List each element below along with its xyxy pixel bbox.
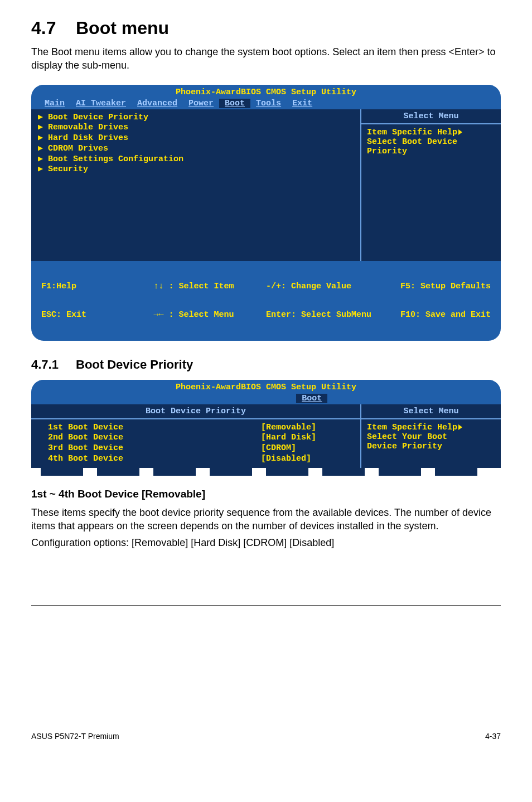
footer-col-3: -/+: Change Value Enter: Select SubMenu <box>266 263 379 339</box>
help-line: Device Priority <box>367 442 495 451</box>
section-intro: The Boot menu items allow you to change … <box>31 45 501 73</box>
bios-tabbar: Main AI Tweaker Advanced Power Boot Tool… <box>31 99 501 109</box>
menu-label: Boot Device Priority <box>48 113 356 123</box>
bios-help-panel: Select Menu Item Specific Help Select Yo… <box>360 404 501 468</box>
bios-screenshot-boot-device-priority: Phoenix-AwardBIOS CMOS Setup Utility Boo… <box>31 380 501 468</box>
key-save-exit: F10: Save and Exit <box>379 310 491 320</box>
torn-edge-icon <box>31 468 501 476</box>
row-value: [Removable] <box>261 423 356 433</box>
bios-item-list: Boot Device Priority 1st Boot Device[Rem… <box>31 404 360 468</box>
panel-subtitle: Boot Device Priority <box>31 404 360 419</box>
bios-tabbar: Boot <box>31 394 501 404</box>
tab-main[interactable]: Main <box>39 99 70 108</box>
section-name: Boot menu <box>76 18 169 38</box>
help-panel-title: Select Menu <box>361 109 501 124</box>
bios-item-list: ▶Boot Device Priority ▶Removable Drives … <box>31 109 360 261</box>
row-label: 1st Boot Device <box>48 423 261 433</box>
submenu-tri-icon: ▶ <box>38 144 48 154</box>
menu-label: Boot Settings Configuration <box>48 154 356 165</box>
key-exit: ESC: Exit <box>41 310 154 320</box>
submenu-tri-icon: ▶ <box>38 113 48 123</box>
menu-label: Removable Drives <box>48 123 356 133</box>
tabbar-spacer <box>31 394 296 403</box>
menu-item-security[interactable]: ▶Security <box>36 165 356 175</box>
submenu-tri-icon: ▶ <box>38 154 48 165</box>
row-label: 3rd Boot Device <box>48 443 261 454</box>
bios-help-panel: Select Menu Item Specific Help Select Bo… <box>360 109 501 261</box>
boot-device-row-4[interactable]: 4th Boot Device[Disabled] <box>36 454 356 465</box>
boot-device-row-1[interactable]: 1st Boot Device[Removable] <box>36 423 356 433</box>
submenu-tri-icon: ▶ <box>38 123 48 133</box>
key-change-value: -/+: Change Value <box>266 282 379 291</box>
row-value: [Disabled] <box>261 454 356 465</box>
boot-device-row-2[interactable]: 2nd Boot Device[Hard Disk] <box>36 433 356 443</box>
bios-screenshot-boot-menu: Phoenix-AwardBIOS CMOS Setup Utility Mai… <box>31 85 501 341</box>
tab-power[interactable]: Power <box>183 99 219 108</box>
key-select-submenu: Enter: Select SubMenu <box>266 310 379 320</box>
field-description-2: Configuration options: [Removable] [Hard… <box>31 536 501 549</box>
row-label: 2nd Boot Device <box>48 433 261 443</box>
menu-label: Security <box>48 165 356 175</box>
row-label: 4th Boot Device <box>48 454 261 465</box>
row-value: [CDROM] <box>261 443 356 454</box>
footer-col-1: F1:Help ESC: Exit <box>41 263 154 339</box>
menu-item-boot-device-priority[interactable]: ▶Boot Device Priority <box>36 113 356 123</box>
footer-col-2: ↑↓ : Select Item →← : Select Menu <box>154 263 267 339</box>
section-number: 4.7 <box>31 18 76 38</box>
subsection-name: Boot Device Priority <box>76 357 193 371</box>
submenu-tri-icon: ▶ <box>38 133 48 144</box>
key-setup-defaults: F5: Setup Defaults <box>379 282 491 291</box>
field-description-1: These items specify the boot device prio… <box>31 506 501 533</box>
help-line: Select Your Boot <box>367 432 495 442</box>
tab-boot[interactable]: Boot <box>296 394 327 403</box>
menu-item-removable-drives[interactable]: ▶Removable Drives <box>36 123 356 133</box>
help-line: Item Specific Help <box>367 128 495 137</box>
footer-left: ASUS P5N72-T Premium <box>31 732 119 741</box>
menu-item-cdrom-drives[interactable]: ▶CDROM Drives <box>36 144 356 154</box>
key-help: F1:Help <box>41 282 154 291</box>
tab-advanced[interactable]: Advanced <box>132 99 183 108</box>
tab-exit[interactable]: Exit <box>287 99 318 108</box>
help-line: Select Boot Device <box>367 137 495 147</box>
submenu-tri-icon: ▶ <box>38 165 48 175</box>
bios-header: Phoenix-AwardBIOS CMOS Setup Utility <box>31 380 501 394</box>
boot-device-row-3[interactable]: 3rd Boot Device[CDROM] <box>36 443 356 454</box>
help-line: Priority <box>367 147 495 156</box>
menu-label: CDROM Drives <box>48 144 356 154</box>
field-heading: 1st ~ 4th Boot Device [Removable] <box>31 488 501 500</box>
section-title: 4.7Boot menu <box>31 18 501 38</box>
menu-item-hard-disk-drives[interactable]: ▶Hard Disk Drives <box>36 133 356 144</box>
key-select-menu: →← : Select Menu <box>154 310 267 320</box>
footer-col-4: F5: Setup Defaults F10: Save and Exit <box>379 263 491 339</box>
row-value: [Hard Disk] <box>261 433 356 443</box>
subsection-number: 4.7.1 <box>31 357 76 372</box>
bios-header: Phoenix-AwardBIOS CMOS Setup Utility <box>31 85 501 99</box>
help-panel-title: Select Menu <box>361 404 501 419</box>
menu-label: Hard Disk Drives <box>48 133 356 144</box>
footer-rule <box>31 605 501 606</box>
key-select-item: ↑↓ : Select Item <box>154 282 267 291</box>
page-footer: ASUS P5N72-T Premium 4-37 <box>31 728 501 741</box>
help-line: Item Specific Help <box>367 423 495 432</box>
menu-item-boot-settings-config[interactable]: ▶Boot Settings Configuration <box>36 154 356 165</box>
footer-right: 4-37 <box>485 732 501 741</box>
subsection-title: 4.7.1Boot Device Priority <box>31 357 501 372</box>
tab-boot[interactable]: Boot <box>219 99 250 108</box>
tab-ai-tweaker[interactable]: AI Tweaker <box>70 99 132 108</box>
bios-footer-keys: F1:Help ESC: Exit ↑↓ : Select Item →← : … <box>31 261 501 341</box>
tab-tools[interactable]: Tools <box>250 99 287 108</box>
